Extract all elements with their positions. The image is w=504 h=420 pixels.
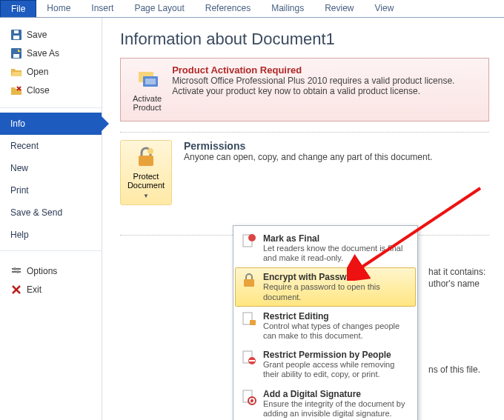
- dd-digital-signature[interactable]: Add a Digital SignatureEnsure the integr…: [235, 384, 416, 421]
- sidebar-options[interactable]: Options: [6, 262, 96, 280]
- ghost-text: uthor's name: [428, 279, 480, 289]
- permissions-text: Anyone can open, copy, and change any pa…: [184, 152, 432, 162]
- signature-icon: [241, 389, 257, 405]
- tab-page-layout[interactable]: Page Layout: [124, 0, 194, 17]
- activation-title: Product Activation Required: [172, 64, 480, 76]
- encrypt-icon: [241, 272, 257, 288]
- tab-view[interactable]: View: [365, 0, 405, 17]
- svg-rect-20: [244, 279, 254, 287]
- svg-point-28: [251, 399, 253, 402]
- tab-review[interactable]: Review: [314, 0, 364, 17]
- activate-product-button[interactable]: Activate Product: [133, 94, 162, 112]
- protect-document-button[interactable]: Protect Document ▼: [120, 140, 172, 205]
- nav-info[interactable]: Info: [0, 113, 102, 135]
- options-icon: [10, 265, 22, 277]
- svg-rect-2: [14, 30, 19, 33]
- svg-point-10: [16, 270, 19, 273]
- sidebar-item-label: Close: [27, 85, 50, 96]
- restrict-permission-icon: [241, 350, 257, 366]
- protect-document-dropdown: Mark as FinalLet readers know the docume…: [233, 225, 418, 420]
- nav-recent[interactable]: Recent: [0, 135, 102, 157]
- activation-panel: Activate Product Product Activation Requ…: [120, 58, 489, 121]
- ghost-text: ns of this file.: [428, 364, 480, 375]
- sidebar-item-label: Open: [27, 67, 48, 77]
- protect-document-label: Protect Document: [124, 172, 168, 190]
- sidebar-save-as[interactable]: Save As: [6, 44, 96, 62]
- open-icon: [10, 66, 22, 78]
- activation-text: Microsoft Office Professional Plus 2010 …: [172, 76, 480, 96]
- save-icon: [10, 29, 22, 41]
- tab-references[interactable]: References: [195, 0, 261, 17]
- sidebar-item-label: Options: [27, 266, 57, 276]
- page-title: Information about Document1: [120, 30, 489, 49]
- permissions-title: Permissions: [184, 140, 432, 152]
- sidebar-item-label: Save As: [27, 48, 59, 59]
- tab-insert[interactable]: Insert: [81, 0, 124, 17]
- lock-icon: [134, 145, 158, 169]
- tab-home[interactable]: Home: [36, 0, 81, 17]
- svg-rect-1: [13, 36, 19, 39]
- restrict-editing-icon: [241, 311, 257, 327]
- tab-mailings[interactable]: Mailings: [261, 0, 314, 17]
- svg-rect-16: [139, 156, 153, 166]
- chevron-down-icon: ▼: [143, 193, 149, 199]
- nav-print[interactable]: Print: [0, 179, 102, 201]
- ribbon-tabs: File Home Insert Page Layout References …: [0, 0, 504, 18]
- mark-final-icon: [241, 233, 257, 250]
- sidebar-item-label: Exit: [27, 284, 42, 295]
- svg-rect-22: [250, 320, 256, 325]
- backstage-sidebar: Save Save As Open Close Info Recent New …: [0, 18, 102, 420]
- svg-rect-4: [13, 54, 19, 58]
- exit-icon: [10, 284, 22, 296]
- sidebar-close[interactable]: Close: [6, 81, 96, 99]
- sidebar-item-label: Save: [27, 30, 47, 40]
- nav-new[interactable]: New: [0, 157, 102, 179]
- tab-file[interactable]: File: [0, 0, 36, 17]
- nav-help[interactable]: Help: [0, 224, 102, 246]
- backstage-content: Information about Document1 Activate Pro…: [102, 18, 504, 420]
- svg-point-9: [13, 267, 16, 270]
- sidebar-save[interactable]: Save: [6, 26, 96, 44]
- nav-save-send[interactable]: Save & Send: [0, 201, 102, 224]
- dd-mark-as-final[interactable]: Mark as FinalLet readers know the docume…: [235, 229, 416, 267]
- close-icon: [10, 84, 22, 96]
- svg-point-19: [248, 234, 256, 241]
- svg-rect-15: [145, 79, 156, 84]
- activate-product-icon: [136, 67, 159, 91]
- sidebar-open[interactable]: Open: [6, 63, 96, 81]
- svg-point-17: [147, 148, 153, 154]
- svg-rect-25: [249, 360, 255, 361]
- dd-restrict-editing[interactable]: Restrict EditingControl what types of ch…: [235, 307, 416, 345]
- ghost-text: hat it contains:: [428, 267, 485, 277]
- dd-encrypt-password[interactable]: Encrypt with PasswordRequire a password …: [235, 267, 416, 306]
- dd-restrict-permission[interactable]: Restrict Permission by PeopleGrant peopl…: [235, 345, 416, 384]
- sidebar-exit[interactable]: Exit: [6, 281, 96, 299]
- save-as-icon: [10, 47, 22, 59]
